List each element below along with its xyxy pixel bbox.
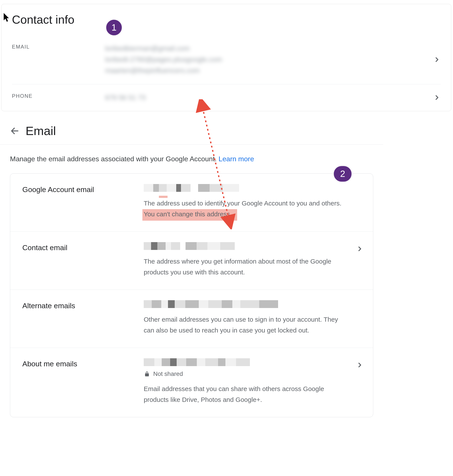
email-page-panel: Email Manage the email addresses associa… xyxy=(0,121,383,417)
contact-email-row[interactable]: Contact email The address where you get … xyxy=(10,232,373,290)
step-badge-2: 2 xyxy=(333,165,352,182)
chevron-right-icon xyxy=(433,56,441,63)
alternate-emails-desc: Other email addresses you can use to sig… xyxy=(144,314,343,335)
about-me-emails-desc: Email addresses that you can share with … xyxy=(144,384,343,405)
email-value-2: loribedt-2760@pages.plusgoogle.com xyxy=(105,54,441,65)
lock-icon xyxy=(144,371,150,377)
cursor-icon xyxy=(3,13,11,22)
email-intro-text: Manage the email addresses associated wi… xyxy=(10,155,219,163)
phone-value: 679 56 51 73 xyxy=(105,92,441,103)
chevron-right-icon xyxy=(356,361,363,369)
redacted-value xyxy=(144,300,278,308)
redacted-value xyxy=(144,184,239,192)
contact-email-desc: The address where you get information ab… xyxy=(144,256,343,277)
email-value-1: loribedbierman@gmail.com xyxy=(105,43,441,54)
email-value-3: maarten@thepinfluencers.com xyxy=(105,65,441,76)
email-intro: Manage the email addresses associated wi… xyxy=(0,145,383,173)
contact-info-title: Contact info xyxy=(12,13,451,26)
contact-email-label: Contact email xyxy=(22,242,144,252)
google-account-email-label: Google Account email xyxy=(22,184,144,194)
chevron-right-icon xyxy=(356,245,363,253)
google-account-email-desc: The address used to identify your Google… xyxy=(144,198,343,219)
not-shared-row: Not shared xyxy=(144,370,343,377)
about-me-emails-row[interactable]: About me emails Not shared Email address… xyxy=(10,348,373,417)
phone-row[interactable]: PHONE 679 56 51 73 xyxy=(12,84,441,111)
step-badge-1: 1 xyxy=(106,19,122,36)
desc-highlight: You can't change this address. xyxy=(144,211,232,218)
email-header: Email xyxy=(0,122,383,145)
redacted-value xyxy=(144,358,250,366)
google-account-email-row: Google Account email The address used to… xyxy=(10,174,373,232)
step-badge-2-label: 2 xyxy=(340,169,345,179)
back-arrow-icon[interactable] xyxy=(10,126,20,136)
desc-pre: The address used to identify your Google… xyxy=(144,200,341,207)
learn-more-link[interactable]: Learn more xyxy=(219,155,254,163)
email-page-title: Email xyxy=(26,124,56,138)
chevron-right-icon xyxy=(433,94,441,101)
alternate-emails-label: Alternate emails xyxy=(22,300,144,310)
phone-values: 679 56 51 73 xyxy=(105,92,441,103)
email-values: loribedbierman@gmail.com loribedt-2760@p… xyxy=(105,43,441,76)
alternate-emails-row: Alternate emails Other email addresses y… xyxy=(10,290,373,348)
step-badge-1-label: 1 xyxy=(111,22,116,33)
about-me-emails-label: About me emails xyxy=(22,358,144,368)
email-row[interactable]: EMAIL loribedbierman@gmail.com loribedt-… xyxy=(12,35,441,84)
phone-label: PHONE xyxy=(12,92,105,99)
redacted-value xyxy=(144,242,235,250)
email-label: EMAIL xyxy=(12,43,105,50)
email-settings-card: Google Account email The address used to… xyxy=(10,173,373,417)
contact-info-panel: Contact info EMAIL loribedbierman@gmail.… xyxy=(1,4,451,111)
not-shared-label: Not shared xyxy=(153,370,183,377)
